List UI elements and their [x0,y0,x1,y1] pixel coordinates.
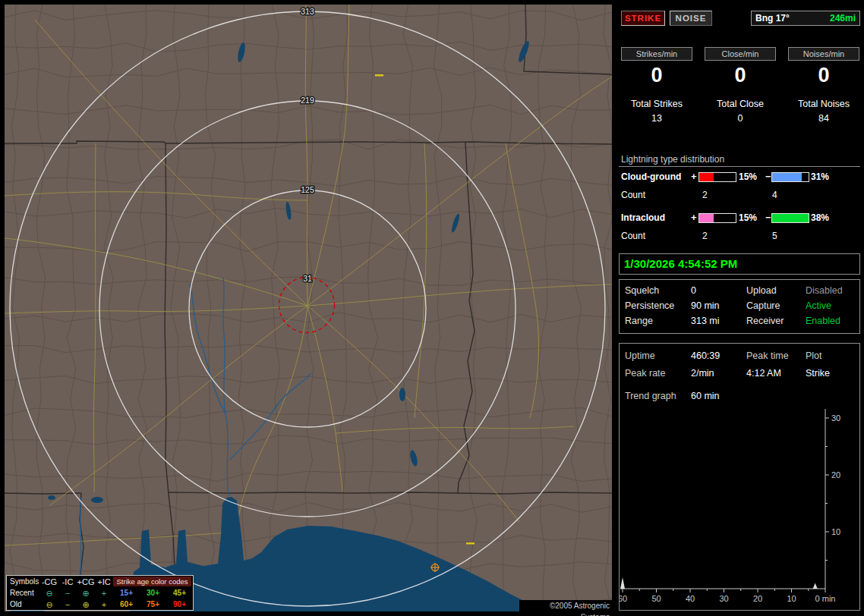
total-close-label: Total Close [705,99,776,109]
peak-time-value: 4:12 AM [746,368,781,379]
capture-label: Capture [746,300,780,311]
settings-row: Persistence 90 min Capture Active [620,300,859,313]
cg-negative-pct: 31% [811,171,829,182]
peak-rate-value: 2/min [691,368,714,379]
sidebar: STRIKE NOISE Bng 17° 246mi Strikes/min C… [616,0,864,616]
bearing-range-value: 246mi [830,13,856,24]
intracloud-count-row: Count 2 5 [616,231,864,241]
map-legend: Symbols -CG -IC +CG +IC Strike age color… [6,575,194,611]
distribution-title: Lightning type distribution [621,154,724,165]
count-label: Count [621,190,645,200]
receiver-label: Receiver [746,316,784,326]
age-code: 60+ [113,600,140,608]
pos-ic-icon: + [95,601,113,608]
minus-sign: − [765,171,771,182]
ic-positive-bar [698,213,736,223]
close-per-min-value: 0 [705,64,776,87]
svg-text:40: 40 [686,594,695,603]
persistence-label: Persistence [625,300,674,311]
strikes-per-min-value: 0 [621,64,692,87]
stats-row: Trend graph 60 min [620,391,859,403]
persistence-value: 90 min [691,300,720,311]
totals-values: 13 0 84 [621,113,859,124]
svg-text:20: 20 [753,594,762,603]
ring-label-313: 313 [301,7,314,16]
uptime-value: 460:39 [691,350,720,361]
ring-label-219: 219 [301,96,314,105]
peak-rate-label: Peak rate [625,368,666,379]
stats-row: Uptime 460:39 Peak time Plot [620,350,859,363]
plot-label: Plot [806,350,822,361]
minus-sign: − [765,212,771,223]
total-strikes-value: 13 [621,113,692,124]
neg-ic-icon: − [58,601,77,608]
age-code: 15+ [113,589,140,597]
legend-col-pos-ic: +IC [95,578,113,586]
count-label: Count [621,231,645,241]
plus-sign: + [691,212,697,223]
age-code: 30+ [140,589,166,597]
noises-per-min-label: Noises/min [788,47,859,61]
divider [619,166,860,167]
cg-negative-bar [771,172,809,182]
cg-positive-count: 2 [702,190,708,200]
display-mode-toolbar: STRIKE NOISE Bng 17° 246mi [621,11,860,26]
map-canvas[interactable]: 313 219 125 31 [5,5,612,611]
total-strikes-label: Total Strikes [621,99,692,109]
svg-text:60: 60 [620,594,627,603]
svg-text:20: 20 [831,470,840,479]
legend-symbols-header: Symbols [7,577,40,586]
age-code: 75+ [140,600,166,608]
settings-row: Squelch 0 Upload Disabled [620,285,859,297]
close-per-min-label: Close/min [705,47,776,61]
peak-time-label: Peak time [746,350,789,361]
pos-cg-icon: ⊕ [77,589,95,597]
ring-label-31: 31 [303,274,312,283]
trend-graph-window: 60 min [691,391,720,401]
strike-symbol-neg-ic [466,542,475,545]
capture-status: Active [806,300,831,311]
ic-negative-count: 5 [772,231,777,241]
noise-button[interactable]: NOISE [670,11,712,26]
upload-label: Upload [746,285,777,296]
rate-values: 0 0 0 [621,64,859,87]
datetime-panel: 1/30/2026 4:54:52 PM [619,253,860,275]
cg-positive-bar [698,172,736,182]
intracloud-label: Intracloud [621,212,665,223]
legend-col-pos-cg: +CG [77,578,95,586]
pos-ic-icon: + [95,589,113,597]
plot-value: Strike [806,368,830,379]
range-value: 313 mi [691,316,720,326]
totals-labels: Total Strikes Total Close Total Noises [621,99,859,109]
strikes-per-min-label: Strikes/min [621,47,692,61]
strike-button[interactable]: STRIKE [621,11,665,26]
cg-positive-pct: 15% [739,171,757,182]
upload-status: Disabled [806,285,843,296]
total-close-value: 0 [705,113,776,124]
pos-cg-icon: ⊕ [77,601,95,608]
trend-graph: 3020106050403020100 min [620,404,861,611]
plus-sign: + [691,171,697,182]
intracloud-row: Intracloud + 15% − 38% [616,212,864,223]
legend-age-header: Strike age color codes [113,577,191,586]
uptime-label: Uptime [625,350,655,361]
legend-row-recent-label: Recent [7,589,40,597]
lightning-map[interactable]: 313 219 125 31 [5,5,612,611]
stats-row: Peak rate 2/min 4:12 AM Strike [620,368,859,380]
ic-negative-pct: 38% [811,212,829,223]
receiver-status: Enabled [806,316,840,326]
settings-panel: Squelch 0 Upload Disabled Persistence 90… [619,279,860,334]
age-code: 45+ [166,589,193,597]
total-noises-label: Total Noises [788,99,859,109]
neg-cg-icon: ⊖ [40,589,58,597]
settings-row: Range 313 mi Receiver Enabled [620,316,859,328]
svg-text:10: 10 [831,527,840,536]
rate-labels: Strikes/min Close/min Noises/min [621,47,859,61]
cloud-ground-count-row: Count 2 4 [616,190,864,200]
ring-label-125: 125 [301,185,314,194]
noises-per-min-value: 0 [788,64,859,87]
legend-col-neg-ic: -IC [58,578,77,586]
age-code: 90+ [166,600,193,608]
stats-panel: Uptime 460:39 Peak time Plot Peak rate 2… [619,343,860,611]
svg-text:0 min: 0 min [815,594,836,603]
